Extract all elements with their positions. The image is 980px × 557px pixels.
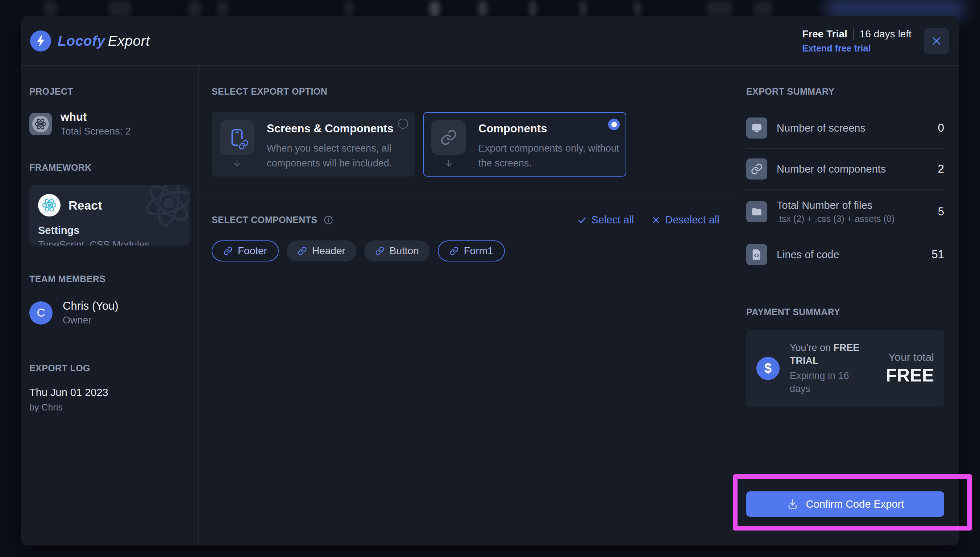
select-all-label: Select all xyxy=(591,214,634,226)
option-title: Screens & Components xyxy=(267,122,412,135)
backdrop-shape xyxy=(109,2,130,17)
react-icon xyxy=(38,194,60,217)
summary-row-screens: Number of screens 0 xyxy=(746,108,944,149)
summary-panel: EXPORT SUMMARY Number of screens 0 Numbe… xyxy=(734,66,959,546)
member-role: Owner xyxy=(63,315,118,326)
avatar: C xyxy=(29,301,52,324)
backdrop-shape xyxy=(479,2,487,17)
project-name: whut xyxy=(60,111,131,124)
framework-card: React Settings TypeScript, CSS Modules xyxy=(29,185,190,246)
select-components-label: SELECT COMPONENTS xyxy=(212,215,318,225)
summary-sublabel: .tsx (2) + .css (3) + assets (0) xyxy=(777,213,894,224)
bolt-icon xyxy=(34,35,47,47)
chip-label: Button xyxy=(389,245,419,257)
link-icon xyxy=(449,246,459,256)
summary-label: Number of components xyxy=(777,163,886,175)
trial-plan-label: Free Trial xyxy=(802,28,847,40)
brand-name: Locofy xyxy=(58,33,105,49)
plan-prefix: You’re on xyxy=(790,342,834,353)
divider xyxy=(853,28,854,40)
export-log-section-label: EXPORT LOG xyxy=(29,363,190,373)
backdrop-shape xyxy=(707,2,732,17)
link-icon xyxy=(223,246,233,256)
react-icon xyxy=(32,116,49,132)
arrow-down-icon xyxy=(444,158,454,169)
option-card-screens-components[interactable]: Screens & Components When you select scr… xyxy=(212,112,415,177)
backdrop-shape xyxy=(217,2,228,17)
dialog-header: LocofyExport Free Trial 16 days left Ext… xyxy=(21,16,959,66)
confirm-code-export-button[interactable]: Confirm Code Export xyxy=(746,491,944,517)
project-section-label: PROJECT xyxy=(29,86,190,97)
summary-row-files: Total Number of files .tsx (2) + .css (3… xyxy=(746,190,944,234)
summary-value: 2 xyxy=(938,163,944,176)
option-description: Export components only, without the scre… xyxy=(479,141,623,171)
plan-expiry: Expiring in 16 days xyxy=(790,369,866,396)
chip-label: Header xyxy=(312,245,346,257)
export-log-date: Thu Jun 01 2023 xyxy=(29,386,190,399)
brand-suffix: Export xyxy=(108,33,150,49)
summary-label: Total Number of files xyxy=(777,199,894,212)
select-all-button[interactable]: Select all xyxy=(578,214,634,226)
component-chip-button[interactable]: Button xyxy=(364,240,430,261)
close-button[interactable] xyxy=(924,28,949,54)
framework-name: React xyxy=(68,199,102,212)
screens-components-icon xyxy=(220,120,255,155)
radio-selected[interactable] xyxy=(608,119,620,130)
brand: LocofyExport xyxy=(30,31,150,52)
project-row: whut Total Screens: 2 xyxy=(29,111,190,137)
folder-icon xyxy=(746,201,767,222)
summary-row-lines: Lines of code 51 xyxy=(746,234,944,275)
sidebar: PROJECT whut Total Screens: 2 FRAMEWORK xyxy=(21,66,199,546)
backdrop-shape xyxy=(344,2,353,17)
framework-section-label: FRAMEWORK xyxy=(29,163,190,173)
project-total-screens: Total Screens: 2 xyxy=(60,126,131,137)
screen-icon xyxy=(746,117,767,138)
locofy-logo xyxy=(30,31,51,52)
export-dialog: LocofyExport Free Trial 16 days left Ext… xyxy=(21,16,959,546)
summary-value: 51 xyxy=(932,248,944,261)
payment-summary-label: PAYMENT SUMMARY xyxy=(746,307,944,317)
link-icon xyxy=(375,246,385,256)
dollar-icon: $ xyxy=(756,357,780,380)
code-file-icon xyxy=(746,244,767,265)
extend-trial-link[interactable]: Extend free trial xyxy=(802,43,912,54)
export-summary-label: EXPORT SUMMARY xyxy=(746,86,944,97)
deselect-all-button[interactable]: Deselect all xyxy=(651,214,719,226)
framework-settings-value: TypeScript, CSS Modules xyxy=(38,239,181,246)
backdrop-shape xyxy=(634,2,641,17)
option-title: Components xyxy=(479,122,623,135)
backdrop-shape xyxy=(430,2,440,17)
project-thumbnail xyxy=(29,113,52,135)
radio-unselected[interactable] xyxy=(397,118,409,129)
backdrop-shape xyxy=(529,2,536,17)
option-description: When you select screens, all components … xyxy=(267,141,412,171)
main-panel: SELECT EXPORT OPTION xyxy=(199,66,734,546)
member-name: Chris (You) xyxy=(63,300,118,313)
arrow-down-icon xyxy=(232,158,242,169)
export-option-section-label: SELECT EXPORT OPTION xyxy=(212,86,721,97)
component-chip-header[interactable]: Header xyxy=(287,240,356,261)
summary-label: Lines of code xyxy=(777,249,839,261)
confirm-button-label: Confirm Code Export xyxy=(806,498,904,510)
close-icon xyxy=(931,36,942,46)
team-member-row: C Chris (You) Owner xyxy=(29,300,190,326)
summary-row-components: Number of components 2 xyxy=(746,149,944,190)
summary-value: 0 xyxy=(938,122,944,135)
payment-card: $ You’re on FREE TRIAL Expiring in 16 da… xyxy=(746,331,944,407)
component-chip-form1[interactable]: Form1 xyxy=(438,240,505,261)
link-icon xyxy=(297,246,307,256)
brand-title: LocofyExport xyxy=(58,33,150,49)
chip-label: Footer xyxy=(238,245,267,257)
download-icon xyxy=(787,498,799,510)
info-icon[interactable] xyxy=(323,215,333,225)
team-section-label: TEAM MEMBERS xyxy=(29,274,190,284)
backdrop-shape xyxy=(188,2,201,17)
total-label: Your total xyxy=(886,351,934,363)
trial-days-left: 16 days left xyxy=(860,28,912,40)
export-log-author: by Chris xyxy=(29,402,190,413)
component-chip-footer[interactable]: Footer xyxy=(212,240,279,261)
total-value: FREE xyxy=(886,365,934,386)
x-icon xyxy=(651,215,661,225)
summary-value: 5 xyxy=(938,205,944,218)
option-card-components[interactable]: Components Export components only, witho… xyxy=(423,112,626,177)
